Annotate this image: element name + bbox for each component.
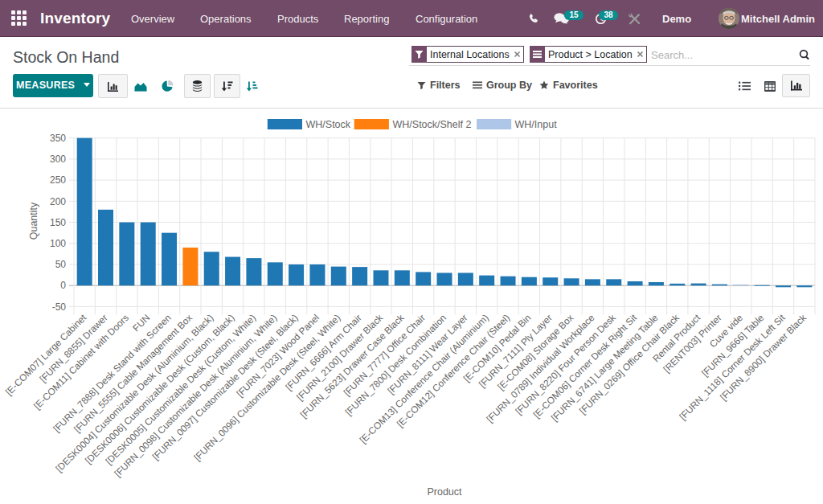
svg-text:[DESK0005] Customizable Desk (: [DESK0005] Customizable Desk (Custom, Wh… xyxy=(103,312,258,467)
svg-text:Quantity: Quantity xyxy=(28,202,39,240)
svg-text:Product: Product xyxy=(427,486,462,498)
svg-text:300: 300 xyxy=(50,154,66,165)
svg-text:50: 50 xyxy=(55,259,67,270)
svg-text:WH/Stock: WH/Stock xyxy=(306,119,351,130)
svg-text:350: 350 xyxy=(50,133,66,144)
svg-text:250: 250 xyxy=(50,174,66,186)
svg-text:0: 0 xyxy=(60,280,66,291)
svg-text:150: 150 xyxy=(50,217,66,228)
svg-text:-50: -50 xyxy=(52,301,67,313)
svg-text:[E-COM07] Large Cabinet: [E-COM07] Large Cabinet xyxy=(3,312,89,398)
svg-text:100: 100 xyxy=(50,238,66,249)
svg-text:WH/Stock/Shelf 2: WH/Stock/Shelf 2 xyxy=(393,119,472,130)
svg-text:200: 200 xyxy=(50,196,66,207)
svg-text:WH/Input: WH/Input xyxy=(515,119,558,130)
